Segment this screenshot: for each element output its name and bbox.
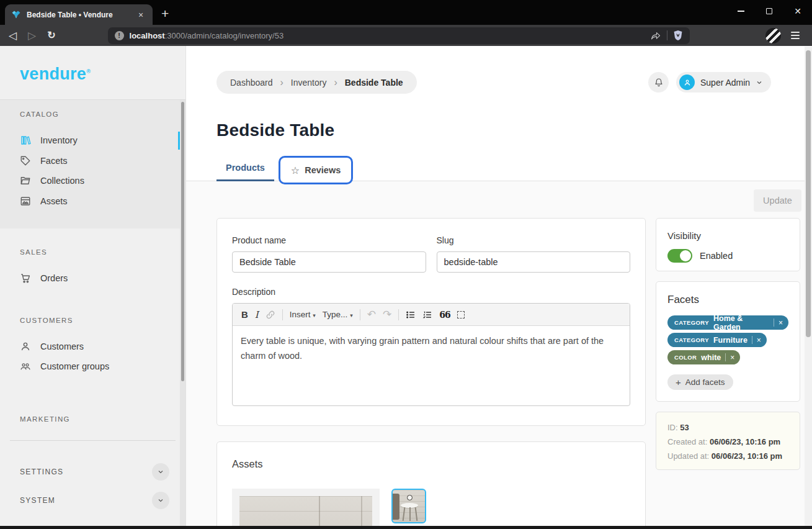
created-at: Created at: 06/06/23, 10:16 pm: [667, 435, 788, 449]
facet-chip: COLOR white ×: [667, 350, 740, 364]
sidebar-item-facets[interactable]: Facets: [0, 151, 185, 171]
chip-divider: [752, 336, 752, 344]
section-header-catalog: CATALOG: [20, 111, 185, 118]
forward-button[interactable]: ▷: [28, 30, 36, 41]
sidebar-item-orders[interactable]: Orders: [0, 268, 185, 289]
back-button[interactable]: ◁: [9, 30, 17, 41]
chevron-down-icon[interactable]: [152, 492, 169, 509]
description-text[interactable]: Every table is unique, with varying grai…: [233, 326, 630, 405]
remove-facet-icon[interactable]: ×: [757, 337, 761, 344]
main-panel: Dashboard › Inventory › Bedside Table Su…: [186, 46, 805, 526]
address-bar[interactable]: ! localhost:3000/admin/catalog/inventory…: [108, 27, 690, 44]
section-header-settings: SETTINGS: [20, 468, 63, 476]
tag-icon: [20, 155, 31, 166]
slug-label: Slug: [437, 235, 631, 245]
profile-avatar[interactable]: [765, 28, 781, 43]
sidebar-item-label: Customer groups: [40, 361, 109, 371]
new-tab-button[interactable]: +: [161, 6, 169, 21]
sidebar-item-assets[interactable]: Assets: [0, 191, 185, 212]
table-leg-shape: [409, 507, 411, 521]
page-scrollbar-track[interactable]: [805, 47, 812, 526]
breadcrumb-separator: ›: [334, 77, 337, 88]
section-header-marketing: MARKETING: [20, 415, 185, 423]
maximize-button[interactable]: [755, 0, 783, 22]
window-bottom-edge: [0, 526, 812, 529]
user-menu[interactable]: Super Admin: [676, 72, 771, 93]
menu-icon[interactable]: [791, 32, 800, 39]
redo-icon[interactable]: ↷: [383, 309, 391, 320]
sidebar-item-collections[interactable]: Collections: [0, 171, 185, 191]
breadcrumb: Dashboard › Inventory › Bedside Table: [216, 71, 417, 94]
update-button[interactable]: Update: [754, 189, 801, 212]
sidebar-item-customers[interactable]: Customers: [0, 337, 185, 357]
breadcrumb-dashboard[interactable]: Dashboard: [230, 78, 273, 88]
sidebar-section-customers: CUSTOMERS Customers Customer groups: [0, 317, 185, 377]
sidebar-scrollbar-thumb[interactable]: [181, 102, 184, 381]
plus-icon: +: [676, 377, 681, 387]
page-scrollbar-thumb[interactable]: [806, 50, 811, 337]
product-name-input[interactable]: [232, 251, 426, 273]
sidebar-item-label: Assets: [40, 196, 68, 206]
rich-text-editor: B I Insert ▾ Type... ▾ ↶ ↷: [232, 303, 630, 406]
remove-facet-icon[interactable]: ×: [779, 319, 783, 327]
browser-tab-strip: Bedside Table • Vendure × + ✕: [0, 0, 812, 25]
bold-button[interactable]: B: [241, 309, 248, 320]
tab-reviews[interactable]: ☆ Reviews: [279, 156, 353, 184]
entity-id: ID: 53: [667, 420, 788, 435]
facet-chip: CATEGORY Furniture ×: [667, 333, 767, 347]
italic-button[interactable]: I: [255, 309, 259, 320]
insert-dropdown[interactable]: Insert ▾: [290, 310, 316, 319]
section-header-customers: CUSTOMERS: [20, 317, 185, 324]
sidebar-section-marketing: MARKETING: [0, 415, 185, 423]
add-facets-button[interactable]: + Add facets: [667, 374, 733, 390]
share-icon[interactable]: [650, 30, 661, 40]
chevron-down-icon[interactable]: [152, 463, 169, 481]
browser-tab[interactable]: Bedside Table • Vendure ×: [5, 4, 153, 25]
chip-divider: [774, 319, 774, 327]
browser-toolbar: ◁ ▷ ↻ ! localhost:3000/admin/catalog/inv…: [0, 25, 812, 46]
user-name: Super Admin: [700, 78, 750, 88]
site-info-icon[interactable]: !: [115, 31, 124, 40]
facet-chip: CATEGORY Home & Garden ×: [667, 315, 788, 330]
close-button[interactable]: ✕: [783, 0, 812, 22]
link-icon[interactable]: [265, 310, 275, 320]
sidebar-item-customer-groups[interactable]: Customer groups: [0, 356, 185, 377]
minimize-button[interactable]: [726, 0, 755, 22]
sidebar-section-catalog: CATALOG Inventory Facets: [0, 99, 185, 228]
breadcrumb-separator: ›: [280, 77, 283, 88]
updated-at: Updated at: 06/06/23, 10:16 pm: [667, 449, 788, 463]
code-block-icon[interactable]: [457, 311, 465, 319]
clock-shape: [407, 495, 413, 500]
sidebar-section-settings[interactable]: SETTINGS: [20, 463, 169, 481]
reload-button[interactable]: ↻: [47, 30, 55, 40]
remove-facet-icon[interactable]: ×: [730, 354, 734, 361]
facet-group-label: COLOR: [674, 354, 697, 361]
sidebar-item-label: Facets: [40, 156, 68, 166]
enabled-label: Enabled: [700, 251, 733, 261]
tab-bar: Products ☆ Reviews: [216, 156, 353, 184]
tab-products[interactable]: Products: [216, 156, 274, 181]
breadcrumb-inventory[interactable]: Inventory: [291, 78, 327, 88]
undo-icon[interactable]: ↶: [367, 309, 376, 320]
person-icon: [20, 341, 31, 352]
featured-asset[interactable]: [232, 489, 380, 529]
blockquote-icon[interactable]: 66: [439, 310, 450, 320]
editor-toolbar: B I Insert ▾ Type... ▾ ↶ ↷: [233, 304, 630, 326]
tab-title: Bedside Table • Vendure: [27, 11, 130, 19]
enabled-toggle[interactable]: [667, 249, 692, 263]
vendure-admin-app: vendure® CATALOG Inventory Facets: [0, 46, 812, 526]
ordered-list-icon[interactable]: [422, 310, 432, 320]
facet-value-label: Home & Garden: [713, 314, 769, 332]
table-leg-shape: [403, 507, 405, 521]
vendure-logo[interactable]: vendure®: [20, 65, 91, 83]
type-dropdown[interactable]: Type... ▾: [323, 310, 353, 319]
product-details-card: Product name Slug Description B I: [216, 218, 646, 426]
slug-input[interactable]: [437, 251, 631, 273]
notifications-button[interactable]: [648, 72, 669, 93]
tab-close-icon[interactable]: ×: [135, 10, 146, 20]
asset-thumbnail-selected[interactable]: [391, 489, 426, 523]
sidebar-section-system[interactable]: SYSTEM: [20, 492, 169, 509]
brave-shield-icon[interactable]: [673, 30, 683, 41]
sidebar-item-inventory[interactable]: Inventory: [0, 130, 185, 151]
bullet-list-icon[interactable]: [406, 310, 416, 320]
